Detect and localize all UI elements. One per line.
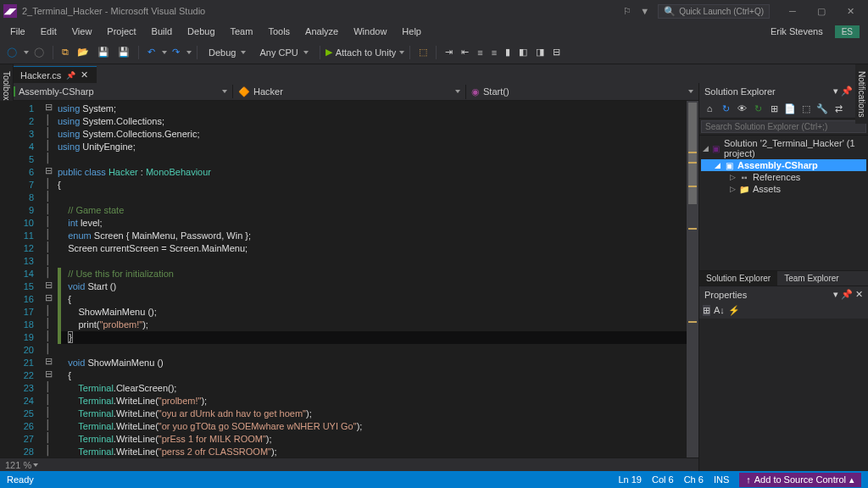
tab-team-explorer[interactable]: Team Explorer: [777, 271, 845, 286]
toolbar-icon-8[interactable]: ◨: [532, 45, 548, 59]
menu-window[interactable]: Window: [347, 25, 393, 38]
window-title: 2_Terminal_Hacker - Microsoft Visual Stu…: [22, 6, 623, 16]
save-icon[interactable]: 💾: [94, 45, 113, 59]
nav-project[interactable]: Assembly-CSharp: [0, 85, 233, 98]
quick-launch-input[interactable]: 🔍 Quick Launch (Ctrl+Q): [658, 4, 770, 19]
pane-dropdown-icon[interactable]: ▾: [833, 86, 838, 96]
toolbar-icon-7[interactable]: ◧: [515, 45, 531, 59]
statusbar: Ready Ln 19 Col 6 Ch 6 INS ↑ Add to Sour…: [0, 471, 868, 488]
menu-project[interactable]: Project: [100, 25, 142, 38]
se-refresh-icon[interactable]: ↻: [751, 102, 765, 115]
vertical-scrollbar[interactable]: [687, 101, 698, 458]
flag-icon[interactable]: ⚐: [623, 6, 632, 17]
se-icon-8[interactable]: 🔧: [815, 102, 829, 115]
assets-node[interactable]: ▷📁Assets: [701, 183, 866, 195]
user-name[interactable]: Erik Stevens: [764, 25, 830, 38]
solution-explorer-header: Solution Explorer ▾ 📌 ✕: [699, 83, 868, 99]
references-node[interactable]: ▷▪▪References: [701, 171, 866, 183]
solution-node[interactable]: ◢▣Solution '2_Terminal_Hacker' (1 projec…: [701, 137, 866, 159]
prop-close-icon[interactable]: ✕: [855, 289, 863, 299]
menu-analyze[interactable]: Analyze: [298, 25, 345, 38]
class-icon: 🔶: [238, 86, 250, 97]
menu-team[interactable]: Team: [224, 25, 260, 38]
undo-icon[interactable]: ↶: [144, 45, 159, 59]
line-number-gutter: 1234567891011121314151617181920212223242…: [0, 101, 42, 458]
properties-pane: Properties ▾ 📌 ✕ ⊞ A↓ ⚡: [699, 286, 868, 471]
solution-tree[interactable]: ◢▣Solution '2_Terminal_Hacker' (1 projec…: [699, 136, 868, 270]
solution-icon: ▣: [711, 143, 721, 153]
se-icon-9[interactable]: ⇄: [832, 102, 845, 115]
menu-file[interactable]: File: [3, 25, 32, 38]
redo-icon[interactable]: ↷: [169, 45, 183, 59]
solution-toolbar: ⌂ ↻ 👁 ↻ ⊞ 📄 ⬚ 🔧 ⇄: [699, 99, 868, 119]
pane-pin-icon[interactable]: 📌: [841, 86, 853, 96]
open-file-icon[interactable]: 📂: [74, 45, 92, 59]
method-icon: ◉: [471, 86, 480, 97]
toolbar-icon-5[interactable]: ≡: [488, 46, 500, 59]
attach-unity-button[interactable]: ▶ Attach to Unity: [326, 47, 397, 58]
close-button[interactable]: ✕: [836, 1, 865, 21]
platform-dropdown[interactable]: Any CPU: [253, 46, 314, 59]
pin-icon[interactable]: 📌: [66, 71, 75, 80]
save-all-icon[interactable]: 💾: [114, 45, 133, 59]
right-panel: Solution Explorer ▾ 📌 ✕ ⌂ ↻ 👁 ↻ ⊞ 📄 ⬚ 🔧 …: [698, 83, 868, 471]
new-project-icon[interactable]: ⧉: [58, 45, 72, 59]
notifications-tab[interactable]: Notifications: [855, 64, 868, 124]
menubar: File Edit View Project Build Debug Team …: [0, 22, 868, 41]
status-ch: Ch 6: [684, 474, 704, 485]
prop-dropdown-icon[interactable]: ▾: [833, 289, 838, 299]
close-tab-icon[interactable]: ✕: [81, 69, 88, 80]
status-ins: INS: [714, 474, 729, 485]
notification-icon[interactable]: ▼: [640, 6, 649, 16]
forward-button[interactable]: ◯: [31, 45, 47, 59]
fold-column[interactable]: ⊟││││⊟││││││││⊟⊟││││⊟⊟│││││││││││⊟⊟⊟⊟│││…: [42, 101, 54, 458]
se-icon-6[interactable]: 📄: [783, 102, 797, 115]
status-ready: Ready: [7, 474, 34, 485]
add-source-control-button[interactable]: ↑ Add to Source Control ▴: [739, 473, 861, 487]
prop-sort-icon[interactable]: A↓: [714, 305, 725, 316]
config-dropdown[interactable]: Debug: [203, 46, 252, 59]
menu-help[interactable]: Help: [395, 25, 428, 38]
prop-pin-icon[interactable]: 📌: [841, 289, 853, 299]
prop-events-icon[interactable]: ⚡: [728, 305, 740, 316]
se-icon-7[interactable]: ⬚: [799, 102, 813, 115]
solution-search-input[interactable]: [701, 120, 866, 133]
menu-build[interactable]: Build: [145, 25, 179, 38]
se-icon-3[interactable]: 👁: [735, 102, 748, 115]
csproj-icon: ▣: [723, 160, 735, 170]
menu-debug[interactable]: Debug: [181, 25, 221, 38]
toolbar-icon-2[interactable]: ⇥: [442, 45, 456, 59]
status-line: Ln 19: [618, 474, 642, 485]
user-badge[interactable]: ES: [835, 25, 860, 38]
minimize-button[interactable]: ─: [778, 1, 807, 21]
document-tabs: Toolbox Hacker.cs 📌 ✕ Notifications: [0, 64, 868, 83]
zoom-indicator[interactable]: 121 %: [0, 458, 698, 471]
nav-bar: Assembly-CSharp 🔶Hacker ◉Start(): [0, 83, 698, 101]
se-icon-5[interactable]: ⊞: [767, 102, 781, 115]
toolbar-icon-6[interactable]: ▮: [502, 45, 514, 59]
titlebar: ◢◤ 2_Terminal_Hacker - Microsoft Visual …: [0, 0, 868, 22]
nav-method[interactable]: ◉Start(): [466, 85, 698, 99]
toolbar-icon-1[interactable]: ⬚: [415, 45, 431, 59]
status-col: Col 6: [652, 474, 674, 485]
menu-tools[interactable]: Tools: [261, 25, 297, 38]
se-home-icon[interactable]: ⌂: [703, 102, 716, 115]
tab-solution-explorer[interactable]: Solution Explorer: [699, 271, 777, 286]
vs-logo-icon: ◢◤: [3, 4, 17, 18]
nav-class[interactable]: 🔶Hacker: [233, 85, 466, 99]
code-editor[interactable]: using System;using System.Collections;us…: [54, 101, 687, 458]
editor-pane: Assembly-CSharp 🔶Hacker ◉Start() 1234567…: [0, 83, 698, 471]
folder-icon: 📁: [738, 184, 750, 194]
tab-hacker-cs[interactable]: Hacker.cs 📌 ✕: [12, 66, 97, 83]
toolbar-icon-3[interactable]: ⇤: [458, 45, 472, 59]
maximize-button[interactable]: ▢: [807, 1, 836, 21]
menu-edit[interactable]: Edit: [34, 25, 64, 38]
se-icon-2[interactable]: ↻: [719, 102, 732, 115]
menu-view[interactable]: View: [65, 25, 99, 38]
toolbar-icon-9[interactable]: ⊟: [549, 45, 564, 59]
scrollbar-thumb[interactable]: [688, 103, 697, 204]
project-node[interactable]: ◢▣Assembly-CSharp: [701, 159, 866, 171]
prop-categorize-icon[interactable]: ⊞: [703, 305, 710, 316]
back-button[interactable]: ◯: [3, 45, 20, 59]
toolbar-icon-4[interactable]: ≡: [474, 46, 486, 59]
